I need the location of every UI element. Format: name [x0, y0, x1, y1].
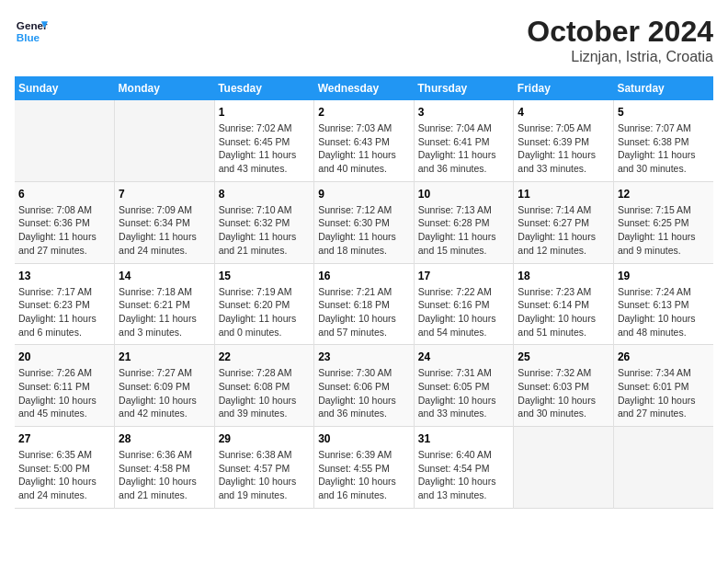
day-number: 13 — [18, 270, 110, 282]
weekday-header-thursday: Thursday — [414, 76, 514, 100]
logo-icon: General Blue — [15, 15, 48, 48]
day-number: 26 — [618, 350, 710, 363]
day-info: Sunrise: 7:28 AMSunset: 6:08 PMDaylight:… — [219, 366, 311, 420]
day-info: Sunrise: 7:08 AMSunset: 6:36 PMDaylight:… — [18, 203, 110, 258]
day-info: Sunrise: 7:31 AMSunset: 6:05 PMDaylight:… — [418, 366, 510, 420]
day-info: Sunrise: 7:02 AMSunset: 6:45 PMDaylight:… — [219, 121, 311, 176]
day-info: Sunrise: 7:15 AMSunset: 6:25 PMDaylight:… — [618, 203, 710, 258]
weekday-header-monday: Monday — [115, 76, 215, 100]
day-info: Sunrise: 6:38 AMSunset: 4:57 PMDaylight:… — [219, 448, 311, 502]
weekday-header-friday: Friday — [514, 76, 614, 100]
day-info: Sunrise: 6:36 AMSunset: 4:58 PMDaylight:… — [119, 448, 210, 502]
day-number: 30 — [318, 432, 410, 445]
page-subtitle: Liznjan, Istria, Croatia — [527, 49, 713, 65]
calendar-week-3: 13Sunrise: 7:17 AMSunset: 6:23 PMDayligh… — [15, 263, 713, 345]
day-number: 31 — [418, 432, 510, 445]
logo: General Blue — [15, 15, 48, 48]
calendar-cell: 20Sunrise: 7:26 AMSunset: 6:11 PMDayligh… — [15, 345, 115, 427]
day-number: 3 — [418, 106, 510, 119]
day-info: Sunrise: 7:07 AMSunset: 6:38 PMDaylight:… — [618, 121, 710, 176]
day-number: 24 — [418, 350, 510, 363]
day-number: 27 — [18, 432, 110, 445]
day-info: Sunrise: 7:09 AMSunset: 6:34 PMDaylight:… — [119, 203, 210, 258]
day-number: 12 — [618, 188, 710, 201]
svg-text:Blue: Blue — [17, 31, 40, 43]
day-number: 2 — [318, 106, 410, 119]
day-info: Sunrise: 6:39 AMSunset: 4:55 PMDaylight:… — [318, 448, 410, 502]
calendar-cell: 8Sunrise: 7:10 AMSunset: 6:32 PMDaylight… — [214, 181, 314, 263]
day-info: Sunrise: 7:14 AMSunset: 6:27 PMDaylight:… — [518, 203, 609, 258]
weekday-header-row: SundayMondayTuesdayWednesdayThursdayFrid… — [15, 76, 713, 100]
calendar-cell: 17Sunrise: 7:22 AMSunset: 6:16 PMDayligh… — [414, 263, 514, 345]
day-number: 21 — [119, 350, 210, 363]
page-header: General Blue October 2024 Liznjan, Istri… — [15, 15, 713, 65]
day-info: Sunrise: 7:30 AMSunset: 6:06 PMDaylight:… — [318, 366, 410, 420]
calendar-cell: 13Sunrise: 7:17 AMSunset: 6:23 PMDayligh… — [15, 263, 115, 345]
day-info: Sunrise: 7:32 AMSunset: 6:03 PMDaylight:… — [518, 366, 609, 420]
day-number: 20 — [18, 350, 110, 363]
calendar-cell: 25Sunrise: 7:32 AMSunset: 6:03 PMDayligh… — [514, 345, 614, 427]
calendar-cell: 15Sunrise: 7:19 AMSunset: 6:20 PMDayligh… — [214, 263, 314, 345]
calendar-cell: 9Sunrise: 7:12 AMSunset: 6:30 PMDaylight… — [314, 181, 415, 263]
calendar-cell: 10Sunrise: 7:13 AMSunset: 6:28 PMDayligh… — [414, 181, 514, 263]
day-info: Sunrise: 7:03 AMSunset: 6:43 PMDaylight:… — [318, 121, 410, 176]
calendar-cell: 21Sunrise: 7:27 AMSunset: 6:09 PMDayligh… — [115, 345, 215, 427]
calendar-cell: 19Sunrise: 7:24 AMSunset: 6:13 PMDayligh… — [613, 263, 713, 345]
day-info: Sunrise: 7:21 AMSunset: 6:18 PMDaylight:… — [318, 285, 410, 339]
calendar-cell: 26Sunrise: 7:34 AMSunset: 6:01 PMDayligh… — [613, 345, 713, 427]
calendar-cell: 5Sunrise: 7:07 AMSunset: 6:38 PMDaylight… — [613, 100, 713, 181]
calendar-cell: 27Sunrise: 6:35 AMSunset: 5:00 PMDayligh… — [15, 427, 115, 509]
calendar-cell — [15, 100, 115, 181]
weekday-header-saturday: Saturday — [613, 76, 713, 100]
day-number: 4 — [518, 106, 609, 119]
day-info: Sunrise: 7:13 AMSunset: 6:28 PMDaylight:… — [418, 203, 510, 258]
calendar-cell: 29Sunrise: 6:38 AMSunset: 4:57 PMDayligh… — [214, 427, 314, 509]
day-number: 22 — [219, 350, 311, 363]
day-number: 19 — [618, 270, 710, 282]
day-info: Sunrise: 6:35 AMSunset: 5:00 PMDaylight:… — [18, 448, 110, 502]
day-number: 16 — [318, 270, 410, 282]
day-info: Sunrise: 7:23 AMSunset: 6:14 PMDaylight:… — [518, 285, 609, 339]
day-info: Sunrise: 7:24 AMSunset: 6:13 PMDaylight:… — [618, 285, 710, 339]
day-number: 11 — [518, 188, 609, 201]
day-number: 29 — [219, 432, 311, 445]
calendar-cell: 4Sunrise: 7:05 AMSunset: 6:39 PMDaylight… — [514, 100, 614, 181]
calendar-cell: 18Sunrise: 7:23 AMSunset: 6:14 PMDayligh… — [514, 263, 614, 345]
day-number: 5 — [618, 106, 710, 119]
weekday-header-wednesday: Wednesday — [314, 76, 415, 100]
calendar-week-4: 20Sunrise: 7:26 AMSunset: 6:11 PMDayligh… — [15, 345, 713, 427]
day-info: Sunrise: 7:22 AMSunset: 6:16 PMDaylight:… — [418, 285, 510, 339]
day-info: Sunrise: 7:27 AMSunset: 6:09 PMDaylight:… — [119, 366, 210, 420]
day-info: Sunrise: 7:26 AMSunset: 6:11 PMDaylight:… — [18, 366, 110, 420]
calendar-cell: 23Sunrise: 7:30 AMSunset: 6:06 PMDayligh… — [314, 345, 415, 427]
day-number: 23 — [318, 350, 410, 363]
calendar-cell — [115, 100, 215, 181]
day-info: Sunrise: 7:34 AMSunset: 6:01 PMDaylight:… — [618, 366, 710, 420]
calendar-cell — [613, 427, 713, 509]
calendar-table: SundayMondayTuesdayWednesdayThursdayFrid… — [15, 76, 713, 509]
day-info: Sunrise: 7:05 AMSunset: 6:39 PMDaylight:… — [518, 121, 609, 176]
calendar-cell: 7Sunrise: 7:09 AMSunset: 6:34 PMDaylight… — [115, 181, 215, 263]
weekday-header-tuesday: Tuesday — [214, 76, 314, 100]
calendar-cell: 14Sunrise: 7:18 AMSunset: 6:21 PMDayligh… — [115, 263, 215, 345]
day-info: Sunrise: 7:04 AMSunset: 6:41 PMDaylight:… — [418, 121, 510, 176]
day-info: Sunrise: 7:12 AMSunset: 6:30 PMDaylight:… — [318, 203, 410, 258]
day-number: 14 — [119, 270, 210, 282]
day-number: 18 — [518, 270, 609, 282]
calendar-week-2: 6Sunrise: 7:08 AMSunset: 6:36 PMDaylight… — [15, 181, 713, 263]
calendar-cell: 16Sunrise: 7:21 AMSunset: 6:18 PMDayligh… — [314, 263, 415, 345]
day-number: 8 — [219, 188, 311, 201]
day-info: Sunrise: 7:17 AMSunset: 6:23 PMDaylight:… — [18, 285, 110, 339]
calendar-cell: 12Sunrise: 7:15 AMSunset: 6:25 PMDayligh… — [613, 181, 713, 263]
day-number: 6 — [18, 188, 110, 201]
calendar-cell — [514, 427, 614, 509]
day-number: 10 — [418, 188, 510, 201]
day-info: Sunrise: 7:10 AMSunset: 6:32 PMDaylight:… — [219, 203, 311, 258]
title-block: October 2024 Liznjan, Istria, Croatia — [527, 15, 713, 65]
calendar-week-1: 1Sunrise: 7:02 AMSunset: 6:45 PMDaylight… — [15, 100, 713, 181]
calendar-cell: 6Sunrise: 7:08 AMSunset: 6:36 PMDaylight… — [15, 181, 115, 263]
calendar-cell: 30Sunrise: 6:39 AMSunset: 4:55 PMDayligh… — [314, 427, 415, 509]
calendar-cell: 2Sunrise: 7:03 AMSunset: 6:43 PMDaylight… — [314, 100, 415, 181]
day-number: 25 — [518, 350, 609, 363]
day-number: 17 — [418, 270, 510, 282]
